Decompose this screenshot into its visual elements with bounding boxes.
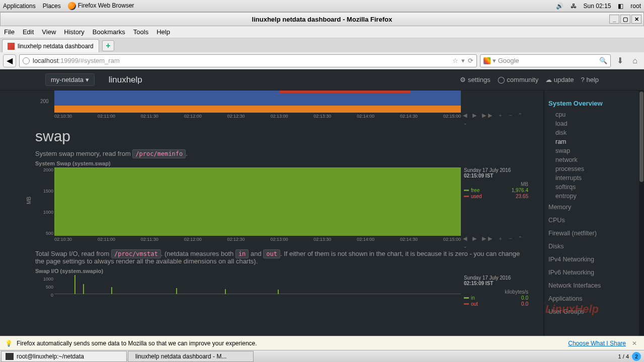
back-button[interactable]: ◀	[3, 54, 16, 67]
dropdown-icon[interactable]: ▾	[461, 57, 465, 64]
ram-ytick: 200	[40, 99, 49, 104]
gnome-taskbar: root@linuxhelp:~/netdata linuxhelp netda…	[0, 350, 644, 362]
tab-strip: linuxhelp netdata dashboard +	[0, 38, 644, 52]
url-host: localhost	[33, 57, 58, 64]
taskbar-terminal[interactable]: root@linuxhelp:~/netdata	[1, 351, 127, 362]
network-icon[interactable]: 🖧	[571, 3, 577, 10]
favicon	[8, 43, 15, 50]
places-menu[interactable]: Places	[43, 3, 61, 10]
close-button[interactable]: ✕	[631, 15, 641, 24]
ram-xaxis: 02:10:3002:11:0002:11:3002:12:0002:12:30…	[54, 113, 461, 121]
terminal-icon	[6, 353, 14, 360]
sidebar-ipv4[interactable]: IPv4 Networking	[548, 253, 640, 266]
nav-update[interactable]: ☁ update	[545, 76, 574, 83]
minimize-button[interactable]: _	[609, 15, 619, 24]
workspace-pager[interactable]: 1 / 4	[618, 353, 629, 359]
page-content: my-netdata ▾ linuxhelp ⚙ settings ◯ comm…	[0, 69, 644, 336]
notification-badge[interactable]: 2	[632, 352, 641, 361]
sidebar-sub-load[interactable]: load	[548, 119, 640, 128]
url-path: /#system_ram	[78, 57, 120, 64]
sidebar-firewall[interactable]: Firewall (netfilter)	[548, 227, 640, 240]
swap-chart-title: System Swap (system.swap)	[35, 160, 528, 166]
browser-tab[interactable]: linuxhelp netdata dashboard	[2, 39, 99, 52]
sidebar-sub-interrupts[interactable]: interrupts	[548, 173, 640, 183]
user-menu[interactable]: root	[630, 3, 641, 10]
current-app-label: Firefox Web Browser	[78, 2, 134, 9]
sidebar-sub-network[interactable]: network	[548, 155, 640, 164]
google-icon	[484, 57, 491, 64]
sidebar-sub-swap[interactable]: swap	[548, 146, 640, 155]
nav-community[interactable]: ◯ community	[498, 76, 538, 83]
sidebar-system-overview[interactable]: System Overview	[543, 100, 640, 107]
notification-close[interactable]: ✕	[630, 340, 639, 347]
bookmark-star-icon[interactable]: ☆	[452, 57, 458, 64]
swap-xaxis: 02:10:3002:11:0002:11:3002:12:0002:12:30…	[54, 236, 461, 244]
downloads-icon[interactable]: ⬇	[614, 55, 626, 67]
hostname: linuxhelp	[109, 75, 142, 85]
my-netdata-dropdown[interactable]: my-netdata ▾	[45, 73, 95, 86]
swapio-description: Total Swap I/O, read from /proc/vmstat. …	[35, 250, 528, 265]
ram-chart-partial[interactable]: 200	[35, 90, 528, 113]
search-engine-arrow[interactable]: ▾	[493, 57, 496, 64]
menu-history[interactable]: History	[64, 28, 84, 36]
menu-edit[interactable]: Edit	[23, 28, 34, 36]
nav-settings[interactable]: ⚙ settings	[460, 76, 490, 83]
sidebar-sub-softirqs[interactable]: softirqs	[548, 183, 640, 192]
url-bar[interactable]: localhost:19999/#system_ram ☆▾⟳	[19, 54, 477, 67]
search-bar[interactable]: ▾ Google 🔍	[480, 54, 611, 67]
reload-icon[interactable]: ⟳	[468, 57, 473, 64]
swap-yaxis: 200015001000500	[37, 167, 53, 236]
sidebar-usergroups[interactable]: User Groups	[548, 305, 640, 318]
volume-icon[interactable]: 🔊	[556, 3, 564, 10]
clock[interactable]: Sun 02:15	[584, 3, 611, 10]
taskbar-firefox[interactable]: linuxhelp netdata dashboard - M...	[128, 351, 254, 362]
chart-controls[interactable]: ◀ ▶ ▶▶ ＋ − ⌃ ⌄	[463, 112, 524, 126]
sidebar-disks[interactable]: Disks	[548, 240, 640, 253]
swapio-chart[interactable]: 10005000 Sunday 17 July 2016 02:15:09 IS…	[35, 275, 528, 299]
sidebar-memory[interactable]: Memory	[548, 201, 640, 214]
sidebar-sub-entropy[interactable]: entropy	[548, 192, 640, 201]
sidebar-netif[interactable]: Network Interfaces	[548, 279, 640, 292]
notification-link[interactable]: Choose What I Share	[568, 340, 626, 347]
notification-text: Firefox automatically sends some data to…	[17, 340, 257, 347]
window-titlebar: linuxhelp netdata dashboard - Mozilla Fi…	[0, 12, 644, 26]
sidebar-apps[interactable]: Applications	[548, 292, 640, 305]
main-content: 200 02:10:3002:11:0002:11:3002:12:0002:1…	[0, 90, 543, 336]
firefox-icon	[68, 2, 76, 10]
current-app[interactable]: Firefox Web Browser	[68, 2, 134, 10]
menu-bookmarks[interactable]: Bookmarks	[93, 28, 125, 36]
swapio-legend: Sunday 17 July 2016 02:15:09 IST kilobyt…	[464, 275, 528, 307]
netdata-navbar: my-netdata ▾ linuxhelp ⚙ settings ◯ comm…	[0, 69, 644, 90]
sidebar: System Overview cpu load disk ram swap n…	[543, 90, 644, 336]
swap-chart[interactable]: 200015001000500 MB Sunday 17 July 2016 0…	[35, 167, 528, 236]
swap-legend: Sunday 17 July 2016 02:15:09 IST MB free…	[464, 167, 528, 199]
firefox-notification-bar: 💡 Firefox automatically sends some data …	[0, 336, 644, 350]
menu-tools[interactable]: Tools	[133, 28, 148, 36]
sidebar-sub-disk[interactable]: disk	[548, 128, 640, 137]
sidebar-scrollbar[interactable]	[639, 90, 644, 336]
swapio-chart-title: Swap I/O (system.swapio)	[35, 268, 528, 274]
nav-help[interactable]: ? help	[581, 76, 599, 83]
maximize-button[interactable]: ▢	[620, 15, 630, 24]
sidebar-ipv6[interactable]: IPv6 Networking	[548, 266, 640, 279]
menu-help[interactable]: Help	[156, 28, 170, 36]
gnome-top-bar: Applications Places Firefox Web Browser …	[0, 0, 644, 12]
tab-title: linuxhelp netdata dashboard	[18, 43, 94, 50]
home-icon[interactable]: ⌂	[629, 55, 641, 67]
window-title: linuxhelp netdata dashboard - Mozilla Fi…	[252, 16, 392, 23]
chart-controls[interactable]: ◀ ▶ ▶▶ ＋ − ⌃ ⌄	[463, 235, 524, 249]
new-tab-button[interactable]: +	[102, 40, 114, 51]
sidebar-sub-processes[interactable]: processes	[548, 164, 640, 173]
search-placeholder: Google	[498, 57, 519, 64]
power-icon[interactable]: ◧	[618, 3, 623, 10]
sidebar-sub-ram[interactable]: ram	[543, 137, 640, 146]
menu-view[interactable]: View	[42, 28, 56, 36]
applications-menu[interactable]: Applications	[3, 3, 36, 10]
sidebar-cpus[interactable]: CPUs	[548, 214, 640, 227]
firefox-menubar: File Edit View History Bookmarks Tools H…	[0, 26, 644, 38]
globe-icon	[23, 57, 30, 64]
menu-file[interactable]: File	[4, 28, 15, 36]
sidebar-sub-cpu[interactable]: cpu	[548, 110, 640, 119]
url-port: :19999	[58, 57, 78, 64]
search-icon[interactable]: 🔍	[599, 57, 607, 64]
